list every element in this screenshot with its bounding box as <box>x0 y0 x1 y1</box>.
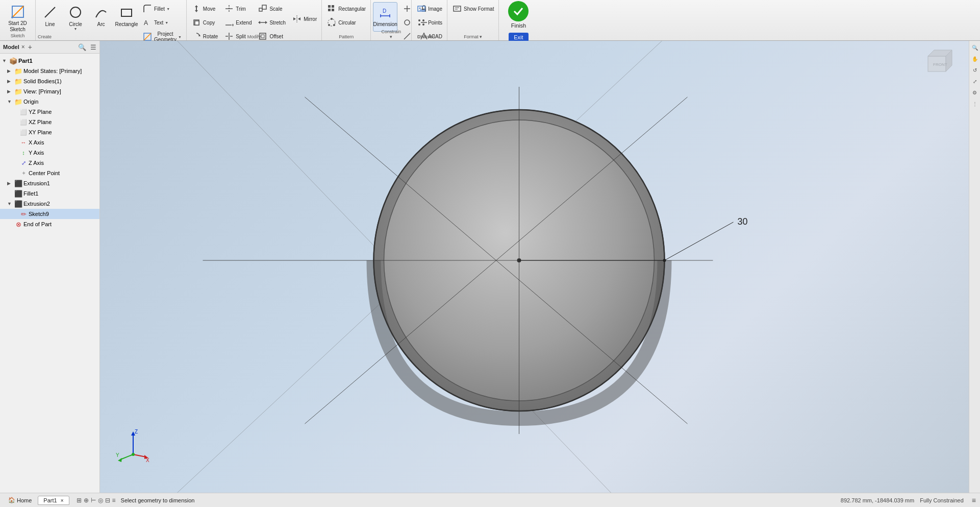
expand-icon-origin: ▼ <box>7 99 13 104</box>
text-dropdown-icon[interactable]: ▼ <box>165 21 168 25</box>
tree-label-extrusion2: Extrusion2 <box>23 201 50 207</box>
svg-point-39 <box>331 18 333 20</box>
svg-rect-37 <box>332 9 334 11</box>
tree-item-center-point[interactable]: ✦ Center Point <box>0 168 99 178</box>
svg-point-66 <box>374 110 665 411</box>
points-button[interactable]: Points <box>414 16 445 29</box>
sidebar-close-icon[interactable]: × <box>21 43 25 51</box>
sidebar-search-icon[interactable]: 🔍 <box>78 43 86 51</box>
osnap-icon[interactable]: ⊟ <box>105 497 110 504</box>
snap-icon[interactable]: ⊕ <box>84 497 89 504</box>
svg-line-79 <box>133 454 146 457</box>
constraint-status: Fully Constrained <box>920 497 964 503</box>
sidebar-add-icon[interactable]: + <box>28 43 32 51</box>
svg-point-71 <box>517 258 521 262</box>
tree-item-z-axis[interactable]: ⤢ Z Axis <box>0 158 99 168</box>
scale-button[interactable]: Scale <box>255 2 288 15</box>
tree-item-extrusion1[interactable]: ▶ ⬛ Extrusion1 <box>0 178 99 188</box>
tree-label-yz-plane: YZ Plane <box>29 109 52 115</box>
x-axis-icon: ↔ <box>19 138 28 147</box>
ortho-icon[interactable]: ⊢ <box>91 497 96 504</box>
fillet-label: Fillet <box>154 6 165 12</box>
sidebar-tab-label[interactable]: Model <box>3 44 19 50</box>
mirror-button[interactable]: Mirror <box>289 12 319 26</box>
right-btn-3[interactable]: ↺ <box>970 65 979 75</box>
dimension-label: Dimension <box>373 21 397 27</box>
part1-tab[interactable]: Part1 × <box>38 496 69 505</box>
more-icon[interactable]: ≡ <box>112 497 116 504</box>
show-format-button[interactable]: Show Format <box>449 2 496 15</box>
tree-item-fillet1[interactable]: ⬛ Fillet1 <box>0 188 99 199</box>
rectangular-button[interactable]: Rectangular <box>324 2 368 15</box>
viewport[interactable]: 30 Z X Y <box>100 41 969 493</box>
tree-item-xy-plane[interactable]: ⬜ XY Plane <box>0 127 99 137</box>
mirror-label: Mirror <box>304 16 317 22</box>
tree-item-part1[interactable]: ▼ 📦 Part1 <box>0 56 99 66</box>
copy-button[interactable]: Copy <box>189 16 220 29</box>
move-button[interactable]: Move <box>189 2 220 15</box>
image-button[interactable]: Image <box>414 2 445 15</box>
right-btn-2[interactable]: ✋ <box>970 54 979 63</box>
dimension-button[interactable]: D Dimension <box>373 2 397 32</box>
grid-icon[interactable]: ⊞ <box>77 497 82 504</box>
home-label: Home <box>17 497 32 503</box>
tree-item-sketch9[interactable]: ✏ Sketch9 <box>0 209 99 219</box>
move-label: Move <box>203 6 215 12</box>
circle-label: Circle <box>69 21 82 27</box>
sketch-section: Start 2D Sketch Sketch <box>0 0 36 40</box>
stretch-button[interactable]: Stretch <box>255 16 288 29</box>
tree-item-view[interactable]: ▶ 📁 View: [Primary] <box>0 86 99 96</box>
right-btn-4[interactable]: ⤢ <box>970 77 979 86</box>
circle-dropdown-icon[interactable]: ▼ <box>74 27 78 31</box>
tree-item-xz-plane[interactable]: ⬜ XZ Plane <box>0 117 99 127</box>
stretch-icon <box>258 17 268 28</box>
extrusion1-icon: ⬛ <box>14 179 22 187</box>
home-tab[interactable]: 🏠 Home <box>4 496 36 504</box>
finish-button[interactable]: Finish <box>504 0 533 31</box>
tree-label-x-axis: X Axis <box>29 139 44 146</box>
exit-button[interactable]: Exit <box>509 33 528 42</box>
tree-item-origin[interactable]: ▼ 📁 Origin <box>0 96 99 107</box>
end-of-part-icon: ⊗ <box>14 220 22 228</box>
fillet-dropdown-icon[interactable]: ▼ <box>166 7 170 11</box>
show-format-icon <box>452 4 462 14</box>
copy-icon <box>191 17 202 28</box>
polar-icon[interactable]: ◎ <box>98 497 103 504</box>
tree-item-yz-plane[interactable]: ⬜ YZ Plane <box>0 107 99 117</box>
right-btn-5[interactable]: ⚙ <box>970 88 979 97</box>
arc-button[interactable]: Arc <box>89 2 113 32</box>
text-button[interactable]: A Text ▼ <box>140 16 184 29</box>
trim-button[interactable]: Trim <box>221 2 254 15</box>
svg-point-85 <box>132 453 135 456</box>
tree-item-extrusion2[interactable]: ▼ ⬛ Extrusion2 <box>0 199 99 209</box>
part1-close-icon[interactable]: × <box>61 498 64 503</box>
start-2d-sketch-button[interactable]: Start 2D Sketch <box>6 2 30 32</box>
status-message-area: Select geometry to dimension <box>121 497 836 503</box>
line-button[interactable]: Line <box>38 2 62 32</box>
tree-item-solid-bodies[interactable]: ▶ 📁 Solid Bodies(1) <box>0 76 99 86</box>
extend-button[interactable]: Extend <box>221 16 254 29</box>
project-dropdown-icon[interactable]: ▼ <box>178 35 182 39</box>
view-cube[interactable]: FRONT <box>923 46 953 77</box>
modify-group: Move Copy Rotate Trim <box>187 0 322 40</box>
line-icon <box>42 4 58 20</box>
tree-item-y-axis[interactable]: ↕ Y Axis <box>0 148 99 158</box>
rotate-icon <box>191 31 202 41</box>
tree-item-x-axis[interactable]: ↔ X Axis <box>0 137 99 148</box>
sidebar-menu-icon[interactable]: ☰ <box>90 43 96 51</box>
tree-item-model-states[interactable]: ▶ 📁 Model States: [Primary] <box>0 66 99 76</box>
fillet-button[interactable]: Fillet ▼ <box>140 2 184 15</box>
pattern-group: Rectangular Circular Pattern <box>322 0 371 40</box>
tree-item-end-of-part[interactable]: ⊗ End of Part <box>0 219 99 229</box>
svg-point-64 <box>374 110 665 411</box>
circle-button[interactable]: Circle ▼ <box>63 2 88 33</box>
split-icon <box>224 31 234 41</box>
status-tabs: 🏠 Home Part1 × <box>4 496 69 505</box>
circular-button[interactable]: Circular <box>324 16 368 29</box>
right-btn-6[interactable]: ⋮ <box>970 99 979 108</box>
svg-rect-35 <box>332 5 334 8</box>
rectangle-button[interactable]: Rectangle <box>114 2 139 32</box>
right-btn-1[interactable]: 🔍 <box>970 43 979 52</box>
svg-rect-59 <box>454 6 461 11</box>
statusbar-menu-icon[interactable]: ≡ <box>972 496 976 504</box>
